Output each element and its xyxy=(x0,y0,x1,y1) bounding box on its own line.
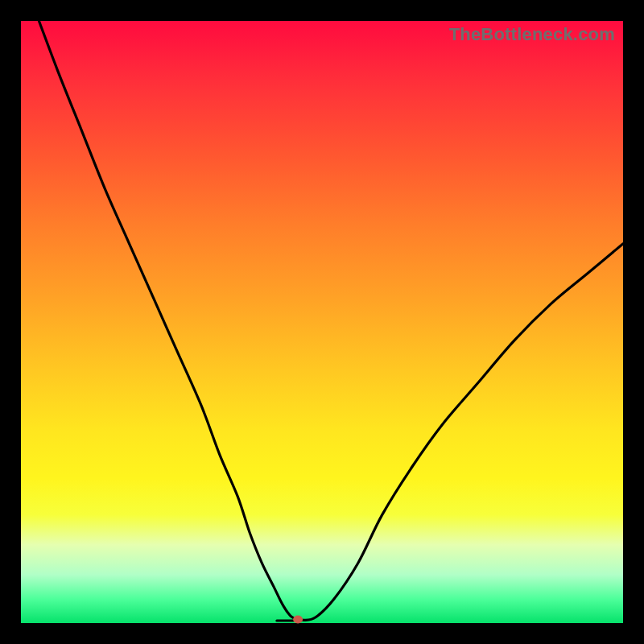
curve-path xyxy=(39,21,623,620)
plot-area: TheBottleneck.com xyxy=(21,21,623,623)
bottleneck-curve xyxy=(21,21,623,623)
optimal-point-marker xyxy=(293,616,303,624)
chart-frame: TheBottleneck.com xyxy=(0,0,644,644)
